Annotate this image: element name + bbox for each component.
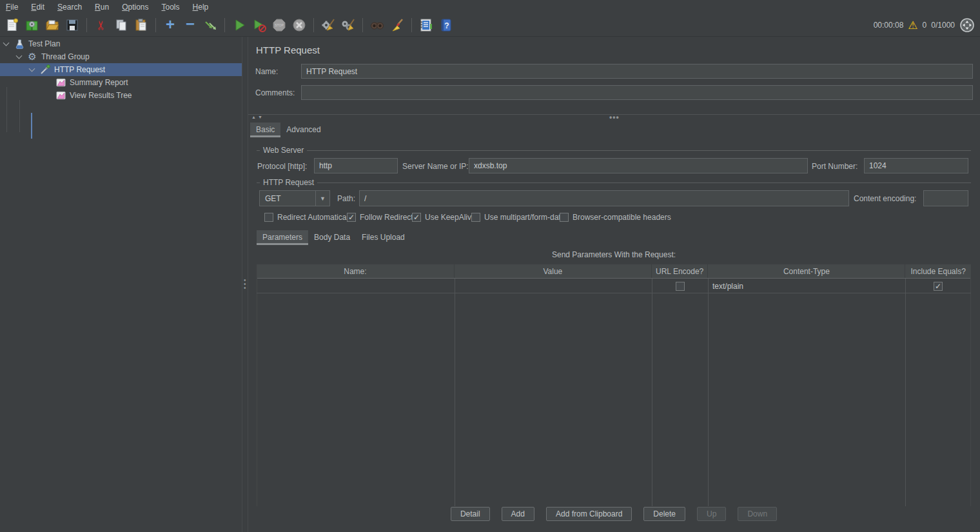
tree-item-test-plan[interactable]: Test Plan (0, 37, 242, 50)
search-reset-icon[interactable] (389, 17, 406, 34)
tab-basic[interactable]: Basic (250, 123, 280, 137)
start-icon[interactable] (231, 17, 248, 34)
menu-options[interactable]: Options (120, 1, 150, 13)
http-request-groupbox (257, 182, 971, 183)
svg-text:STOP: STOP (275, 23, 284, 27)
remove-icon[interactable]: − (182, 17, 199, 34)
checkbox-label: Redirect Automatically (277, 213, 354, 222)
menu-search[interactable]: Search (55, 1, 84, 13)
toolbar: ✂ + − STOP (0, 14, 980, 37)
tree-item-http-request[interactable]: HTTP Request (0, 63, 242, 76)
redirect-automatically-checkbox[interactable] (264, 213, 273, 222)
toolbar-separator (411, 18, 412, 32)
table-button-row: Detail Add Add from Clipboard Delete Up … (257, 507, 971, 521)
browser-compatible-headers-option: Browser-compatible headers (560, 213, 671, 222)
menu-tools[interactable]: Tools (160, 1, 182, 13)
checkbox-label: Browser-compatible headers (573, 213, 671, 222)
cell-url-encode (652, 279, 708, 293)
redirect-automatically-option: Redirect Automatically (264, 213, 354, 222)
name-label: Name: (255, 67, 278, 76)
add-button[interactable]: Add (502, 507, 534, 521)
table-row: text/plain ✓ (257, 279, 971, 293)
port-number-input[interactable] (864, 158, 968, 173)
menu-file[interactable]: File (4, 1, 20, 13)
toolbar-separator (313, 18, 314, 32)
multipart-form-data-option: Use multipart/form-data (471, 213, 565, 222)
splitter-grip[interactable]: ••• (244, 279, 246, 290)
jmeter-window: File Edit Search Run Options Tools Help … (0, 0, 980, 532)
column-header-content-type: Content-Type (708, 264, 905, 278)
add-from-clipboard-button[interactable]: Add from Clipboard (546, 507, 632, 521)
menu-edit[interactable]: Edit (29, 1, 46, 13)
method-select[interactable]: GET ▼ (259, 190, 330, 206)
stop-icon[interactable]: STOP (271, 17, 288, 34)
editor-splitter[interactable]: ▲▼ ••• (248, 114, 980, 121)
tab-files-upload[interactable]: Files Upload (356, 230, 411, 245)
chevron-down-icon[interactable] (3, 40, 10, 46)
chevron-down-icon[interactable] (16, 53, 23, 59)
comments-input[interactable] (301, 85, 973, 100)
name-input[interactable] (301, 64, 973, 79)
tree-item-label: View Results Tree (70, 91, 132, 100)
copy-icon[interactable] (113, 17, 130, 34)
detail-button[interactable]: Detail (451, 507, 490, 521)
help-icon[interactable]: ? (438, 17, 455, 34)
clear-icon[interactable] (320, 17, 337, 34)
delete-button[interactable]: Delete (643, 507, 685, 521)
test-plan-icon (14, 39, 24, 49)
menu-run[interactable]: Run (93, 1, 111, 13)
chevron-down-icon[interactable] (29, 66, 35, 72)
save-icon[interactable] (64, 17, 81, 34)
tree-main-splitter[interactable]: ••• (242, 37, 248, 532)
toggle-icon[interactable] (202, 17, 219, 34)
open-file-icon[interactable] (44, 17, 61, 34)
tab-parameters[interactable]: Parameters (257, 230, 308, 245)
use-keepalive-checkbox[interactable]: ✓ (412, 213, 421, 222)
cell-content-type[interactable]: text/plain (708, 279, 905, 293)
function-helper-icon[interactable] (418, 17, 435, 34)
column-header-url-encode: URL Encode? (652, 264, 708, 278)
tree-item-summary-report[interactable]: Summary Report (0, 76, 242, 89)
include-equals-checkbox[interactable]: ✓ (934, 282, 943, 291)
tree-item-thread-group[interactable]: ⚙ Thread Group (0, 50, 242, 63)
tree-item-view-results-tree[interactable]: View Results Tree (0, 89, 242, 102)
splitter-collapse-arrows[interactable]: ▲▼ (251, 115, 264, 119)
log-warning-icon[interactable]: ⚠ (908, 19, 917, 32)
server-name-input[interactable] (469, 158, 808, 173)
add-icon[interactable]: + (162, 17, 179, 34)
tree-item-label: Summary Report (70, 78, 128, 87)
content-encoding-input[interactable] (923, 190, 968, 206)
column-header-name: Name: (257, 264, 454, 278)
comments-label: Comments: (255, 88, 295, 97)
tab-advanced[interactable]: Advanced (280, 123, 326, 137)
table-caption: Send Parameters With the Request: (257, 250, 971, 259)
new-file-icon[interactable] (4, 17, 21, 34)
menu-help[interactable]: Help (191, 1, 211, 13)
listener-chart-icon (55, 77, 66, 88)
cut-icon[interactable]: ✂ (93, 17, 110, 34)
cell-value[interactable] (455, 279, 652, 293)
url-encode-checkbox[interactable] (676, 282, 685, 291)
browser-compatible-headers-checkbox[interactable] (560, 213, 569, 222)
search-icon[interactable] (369, 17, 386, 34)
tab-body-data[interactable]: Body Data (308, 230, 356, 245)
templates-icon[interactable] (24, 17, 41, 34)
path-input[interactable] (359, 190, 849, 206)
cell-name[interactable] (257, 279, 455, 293)
multipart-form-data-checkbox[interactable] (471, 213, 480, 222)
table-border (970, 264, 971, 506)
splitter-grip-dots[interactable]: ••• (609, 113, 620, 122)
content-encoding-label: Content encoding: (854, 194, 916, 203)
paste-icon[interactable] (133, 17, 150, 34)
shutdown-icon[interactable] (291, 17, 308, 34)
clear-all-icon[interactable] (340, 17, 357, 34)
method-value: GET (260, 194, 315, 203)
tree-guide-line (31, 113, 32, 139)
chevron-down-icon[interactable]: ▼ (315, 191, 329, 206)
test-plan-tree: Test Plan ⚙ Thread Group HTTP Request Su… (0, 37, 242, 532)
tree-guide-line (19, 100, 20, 132)
status-area: 00:00:08 ⚠ 0 0/1000 (874, 17, 975, 33)
follow-redirects-checkbox[interactable]: ✓ (347, 213, 356, 222)
start-no-timers-icon[interactable] (251, 17, 268, 34)
protocol-input[interactable] (314, 158, 398, 173)
